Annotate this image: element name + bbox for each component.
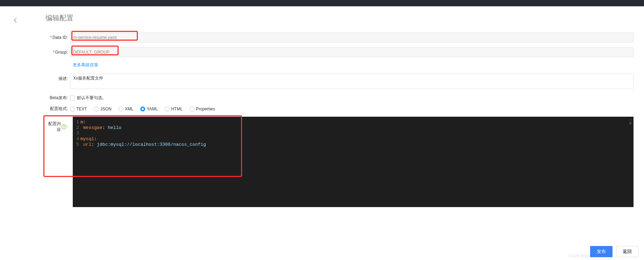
top-bar (0, 0, 644, 6)
radio-circle-icon (119, 107, 123, 111)
radio-format-json[interactable]: JSON (94, 107, 112, 111)
back-chevron-icon[interactable] (13, 18, 18, 23)
main-content: 编辑配置 *Data ID: *Group: 更多高级选项 描述: Xx服务配置… (35, 6, 644, 252)
page-title: 编辑配置 (45, 13, 634, 23)
radio-format-properties[interactable]: Properties (190, 107, 215, 111)
row-format: 配置格式: TEXTJSONXMLYAMLHTMLProperties (45, 106, 634, 112)
textarea-desc[interactable]: Xx服务配置文件 (70, 74, 634, 89)
label-beta: Beta发布: (45, 95, 70, 101)
radio-circle-icon (94, 107, 99, 111)
code-editor[interactable]: 12345 m: messgae: hello mysql: url: jdbc… (73, 117, 634, 207)
more-advanced-link[interactable]: 更多高级选项 (73, 62, 98, 68)
radio-circle-icon (165, 107, 170, 111)
left-gutter (0, 6, 35, 252)
line-number: 5 (73, 142, 79, 148)
row-group: *Group: (45, 47, 634, 57)
back-button[interactable]: 返回 (616, 246, 638, 252)
line-number: 2 (73, 125, 79, 131)
label-data-id: *Data ID: (45, 35, 70, 40)
code-line: messgae: hello (80, 125, 206, 131)
editor-gutter: 12345 (73, 117, 80, 207)
line-number: 1 (73, 119, 79, 125)
radio-format-yaml[interactable]: YAML (140, 107, 158, 111)
input-data-id[interactable] (70, 33, 634, 42)
line-number: 4 (73, 136, 79, 142)
code-line: mysql: (80, 136, 206, 142)
row-desc: 描述: Xx服务配置文件 (45, 74, 634, 90)
radio-format-html[interactable]: HTML (165, 107, 183, 111)
row-data-id: *Data ID: (45, 33, 634, 42)
radio-label: YAML (147, 107, 158, 111)
code-line: url: jdbc:mysql://localhost:3306/nacos_c… (80, 142, 206, 148)
radio-circle-icon (70, 107, 75, 111)
publish-button[interactable]: 发布 (590, 246, 613, 252)
radio-label: Properties (196, 107, 215, 111)
help-icon[interactable]: ? (62, 124, 66, 129)
row-editor: 配置内容 ? : 12345 m: messgae: hello mysql: … (45, 117, 634, 207)
editor-annotation: ≡▦ (630, 119, 631, 125)
beta-hint: 默认不要勾选。 (77, 95, 106, 101)
label-desc: 描述: (45, 74, 70, 82)
code-line: m: (80, 119, 206, 125)
editor-code[interactable]: m: messgae: hello mysql: url: jdbc:mysql… (80, 117, 206, 207)
line-number: 3 (73, 131, 79, 136)
label-editor: 配置内容 ? : (45, 117, 70, 133)
row-beta: Beta发布: 默认不要勾选。 (45, 95, 634, 101)
footer-buttons: 发布 返回 (590, 246, 638, 252)
radio-circle-icon (190, 107, 194, 111)
label-group: *Group: (45, 50, 70, 55)
label-format: 配置格式: (45, 106, 70, 112)
radio-label: XML (125, 107, 134, 111)
code-line (80, 131, 206, 136)
checkbox-beta[interactable] (70, 96, 75, 101)
radio-format-text[interactable]: TEXT (70, 107, 87, 111)
radio-circle-icon (140, 107, 145, 111)
radio-label: HTML (171, 107, 183, 111)
radio-format-xml[interactable]: XML (119, 107, 134, 111)
input-group[interactable] (70, 47, 634, 57)
radio-label: TEXT (76, 107, 87, 111)
radio-label: JSON (100, 107, 112, 111)
